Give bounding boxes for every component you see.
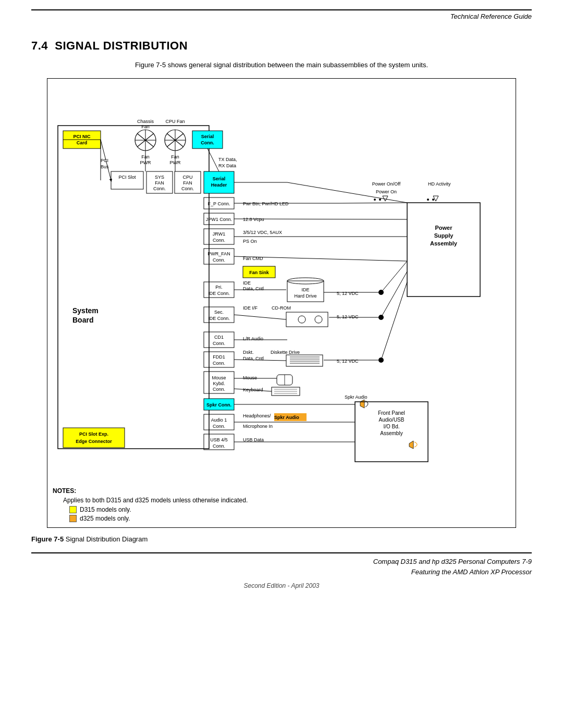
svg-text:5, 12 VDC: 5, 12 VDC (337, 314, 359, 319)
svg-text:Board: Board (72, 316, 93, 324)
svg-text:Conn.: Conn. (201, 140, 214, 145)
diagram-svg-wrapper: System Board PCI NIC Card Chassis Fan CP… (53, 84, 510, 480)
svg-text:5, 12 VDC: 5, 12 VDC (337, 359, 359, 364)
notes-title: NOTES: (53, 487, 510, 495)
svg-text:Hard Drive: Hard Drive (294, 293, 316, 299)
bottom-rule (31, 552, 532, 553)
svg-text:Microphone In: Microphone In (243, 424, 273, 429)
svg-text:I/O Bd.: I/O Bd. (383, 424, 399, 429)
svg-text:L/R Audio: L/R Audio (243, 336, 263, 341)
svg-text:FAN: FAN (155, 180, 164, 186)
svg-text:Sec.: Sec. (214, 310, 224, 315)
svg-text:IDE Conn.: IDE Conn. (208, 316, 230, 321)
svg-text:Conn.: Conn. (213, 443, 225, 449)
svg-text:Front Panel: Front Panel (378, 410, 405, 416)
notes-line1: Applies to both D315 and d325 models unl… (63, 497, 510, 504)
svg-text:SYS: SYS (155, 175, 164, 180)
legend-row-d315: D315 models only. (69, 506, 510, 513)
svg-text:HD Activity: HD Activity (428, 181, 451, 187)
svg-text:PS On: PS On (243, 239, 257, 244)
svg-line-85 (381, 261, 407, 292)
svg-marker-68 (433, 196, 438, 201)
svg-text:JPW1 Conn.: JPW1 Conn. (206, 217, 232, 222)
svg-text:Serial: Serial (213, 176, 226, 181)
svg-text:IDE I/F: IDE I/F (243, 305, 258, 311)
svg-text:Card: Card (77, 140, 88, 145)
svg-text:Audio/USB: Audio/USB (379, 417, 405, 423)
svg-rect-0 (58, 126, 209, 449)
svg-text:FDD1: FDD1 (213, 354, 225, 360)
legend-row-d325: d325 models only. (69, 515, 510, 522)
svg-text:Fan Sink: Fan Sink (249, 270, 270, 275)
svg-text:Mouse: Mouse (243, 375, 257, 380)
legend-label-d325: d325 models only. (80, 515, 130, 522)
svg-text:Kybd.: Kybd. (213, 381, 225, 386)
svg-text:CD1: CD1 (214, 335, 224, 340)
svg-text:Spkr Conn.: Spkr Conn. (206, 402, 231, 408)
svg-marker-132 (360, 400, 364, 408)
svg-text:Spkr Audio: Spkr Audio (274, 415, 299, 420)
svg-text:USB 4/5: USB 4/5 (210, 437, 228, 442)
svg-text:Headphones/: Headphones/ (243, 413, 271, 418)
svg-text:PCI: PCI (101, 158, 108, 163)
svg-text:Assembly: Assembly (430, 240, 458, 246)
svg-text:Supply: Supply (434, 232, 454, 239)
svg-text:PCI Slot Exp.: PCI Slot Exp. (79, 431, 108, 437)
svg-text:Conn.: Conn. (213, 387, 225, 392)
svg-text:Spkr Audio: Spkr Audio (345, 394, 368, 400)
svg-text:Fan: Fan (141, 124, 150, 129)
svg-text:Assembly: Assembly (380, 430, 402, 436)
legend-box-orange (69, 515, 77, 522)
footer-text: Compaq D315 and hp d325 Personal Compute… (31, 557, 532, 577)
svg-rect-91 (286, 312, 328, 327)
signal-distribution-diagram: System Board PCI NIC Card Chassis Fan CP… (53, 84, 511, 480)
footer-edition: Second Edition - April 2003 (31, 582, 532, 589)
svg-text:IDE: IDE (301, 287, 309, 292)
svg-text:Power On/Off: Power On/Off (372, 181, 401, 187)
svg-text:TX Data,: TX Data, (218, 157, 237, 162)
svg-text:Audio 1: Audio 1 (211, 417, 227, 423)
svg-point-72 (432, 199, 434, 201)
svg-text:Mouse: Mouse (212, 375, 226, 380)
svg-text:Conn.: Conn. (213, 238, 225, 243)
svg-text:FAN: FAN (183, 180, 192, 186)
svg-text:PCI Slot: PCI Slot (118, 175, 136, 180)
svg-text:F_P Conn.: F_P Conn. (208, 201, 230, 206)
svg-text:Conn.: Conn. (213, 341, 225, 346)
svg-point-69 (374, 199, 376, 201)
svg-rect-60 (407, 203, 480, 297)
svg-text:Conn.: Conn. (153, 186, 166, 191)
svg-line-162 (339, 203, 407, 203)
svg-text:Conn.: Conn. (213, 361, 225, 366)
svg-text:Diskette Drive: Diskette Drive (271, 350, 300, 355)
svg-text:Conn.: Conn. (181, 186, 194, 191)
svg-text:System: System (72, 306, 99, 315)
svg-rect-108 (286, 355, 323, 366)
svg-text:Pri.: Pri. (215, 285, 223, 290)
svg-marker-152 (409, 441, 413, 449)
svg-text:Pwr Btn, Pwr/HD LED: Pwr Btn, Pwr/HD LED (243, 201, 289, 206)
svg-text:Edge Connector: Edge Connector (76, 439, 112, 444)
svg-point-92 (298, 316, 305, 323)
svg-text:Conn.: Conn. (213, 257, 225, 263)
figure-caption: Figure 7-5 Signal Distribution Diagram (31, 535, 532, 543)
svg-point-93 (315, 316, 322, 323)
svg-text:CPU: CPU (182, 175, 192, 180)
svg-line-167 (234, 315, 286, 319)
notes-section: NOTES: Applies to both D315 and d325 mod… (53, 487, 510, 522)
section-title: 7.4 SIGNAL DISTRIBUTION (31, 39, 532, 53)
legend-box-yellow (69, 506, 77, 513)
svg-text:JRW1: JRW1 (213, 231, 225, 237)
notes-legend: D315 models only. d325 models only. (69, 506, 510, 522)
svg-text:Conn.: Conn. (213, 424, 225, 429)
svg-text:Chassis: Chassis (137, 119, 154, 124)
intro-text: Figure 7-5 shows general signal distribu… (31, 61, 532, 69)
svg-text:PCI NIC: PCI NIC (73, 134, 91, 139)
svg-text:IDE Conn.: IDE Conn. (208, 291, 230, 296)
legend-label-d315: D315 models only. (80, 506, 131, 513)
svg-text:PWR_FAN: PWR_FAN (207, 251, 230, 256)
svg-text:Data, Cntl: Data, Cntl (243, 286, 264, 291)
svg-text:Power: Power (435, 225, 452, 231)
diagram-container: System Board PCI NIC Card Chassis Fan CP… (47, 78, 516, 528)
svg-text:Header: Header (211, 182, 227, 188)
